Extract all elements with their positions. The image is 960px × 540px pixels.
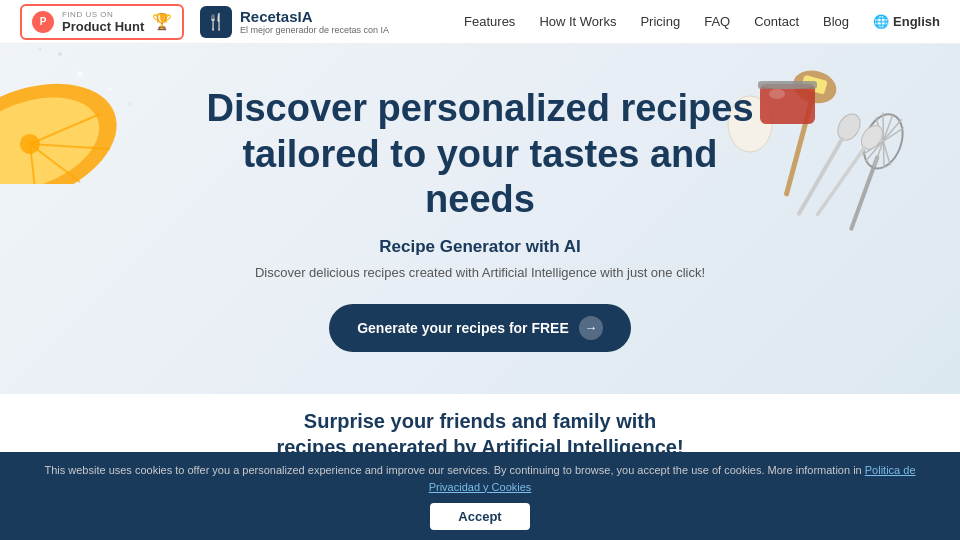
nav-pricing[interactable]: Pricing (640, 14, 680, 29)
logo-text: RecetasIA El mejor generador de recetas … (240, 8, 389, 35)
svg-point-24 (857, 122, 887, 154)
arrow-icon: → (579, 316, 603, 340)
svg-point-0 (0, 62, 133, 184)
svg-point-13 (857, 109, 910, 174)
logo-area: 🍴 RecetasIA El mejor generador de receta… (200, 6, 389, 38)
svg-point-7 (77, 71, 83, 77)
ph-icon: P (32, 11, 54, 33)
hero-subtitle: Recipe Generator with AI (200, 237, 760, 257)
svg-rect-25 (815, 145, 867, 217)
svg-line-16 (874, 115, 893, 168)
nav-language[interactable]: 🌐 English (873, 14, 940, 29)
cookie-bar: This website uses cookies to offer you a… (0, 452, 960, 540)
cta-button[interactable]: Generate your recipes for FREE → (329, 304, 631, 352)
svg-rect-20 (784, 99, 815, 197)
svg-point-9 (58, 52, 62, 56)
nav-contact[interactable]: Contact (754, 14, 799, 29)
ph-product-label: Product Hunt (62, 19, 144, 34)
ph-find-label: FIND US ON (62, 10, 144, 19)
lang-flag: 🌐 (873, 14, 889, 29)
svg-rect-21 (801, 75, 828, 95)
svg-rect-12 (849, 155, 880, 232)
svg-line-2 (30, 114, 100, 144)
svg-rect-23 (796, 136, 844, 216)
logo-title: RecetasIA (240, 8, 389, 25)
svg-line-18 (862, 117, 904, 165)
svg-line-3 (30, 144, 110, 149)
svg-point-10 (129, 103, 132, 106)
svg-line-5 (30, 144, 35, 184)
svg-line-17 (865, 113, 902, 169)
svg-point-1 (0, 80, 112, 184)
svg-point-22 (833, 110, 864, 144)
teaser-line1: Surprise your friends and family with (276, 408, 683, 434)
nav-blog[interactable]: Blog (823, 14, 849, 29)
svg-line-15 (865, 113, 902, 169)
lang-label: English (893, 14, 940, 29)
cookie-accept-button[interactable]: Accept (430, 503, 529, 530)
svg-point-6 (17, 131, 43, 157)
svg-line-14 (862, 117, 904, 165)
top-bar: P FIND US ON Product Hunt 🏆 🍴 RecetasIA … (0, 0, 960, 44)
ph-text-block: FIND US ON Product Hunt (62, 10, 144, 34)
hero-title: Discover personalized recipes tailored t… (200, 86, 760, 223)
hero-section: Discover personalized recipes tailored t… (0, 44, 960, 394)
cookie-policy-link[interactable]: Politica de Privacidad y Cookies (429, 464, 916, 493)
orange-decoration (0, 44, 140, 184)
ph-trophy: 🏆 (152, 12, 172, 31)
svg-point-11 (39, 48, 42, 51)
hero-description: Discover delicious recipes created with … (200, 265, 760, 280)
product-hunt-badge[interactable]: P FIND US ON Product Hunt 🏆 (20, 4, 184, 40)
nav-faq[interactable]: FAQ (704, 14, 730, 29)
hero-content: Discover personalized recipes tailored t… (180, 86, 780, 352)
nav-features[interactable]: Features (464, 14, 515, 29)
cookie-text: This website uses cookies to offer you a… (30, 462, 930, 495)
svg-point-8 (108, 87, 112, 91)
nav-how-it-works[interactable]: How It Works (539, 14, 616, 29)
svg-line-4 (30, 144, 80, 182)
svg-point-19 (789, 66, 840, 108)
nav-links: Features How It Works Pricing FAQ Contac… (464, 14, 940, 29)
logo-icon: 🍴 (200, 6, 232, 38)
cta-label: Generate your recipes for FREE (357, 320, 569, 336)
logo-subtitle: El mejor generador de recetas con IA (240, 25, 389, 35)
